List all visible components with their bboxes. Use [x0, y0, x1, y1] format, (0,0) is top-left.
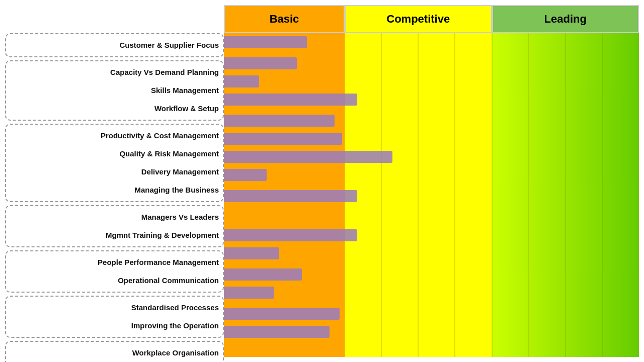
bar-fill	[224, 287, 274, 299]
header-leading-label: Leading	[544, 13, 587, 26]
bar-row	[224, 112, 639, 130]
bar-row	[224, 205, 639, 223]
bar-row	[224, 187, 639, 205]
bar-row	[224, 284, 639, 302]
bar-fill	[224, 94, 357, 106]
rows-content	[224, 33, 639, 341]
bar-fill	[224, 190, 357, 202]
row-label: Skills Management	[10, 81, 219, 100]
row-label: Standardised Processes	[10, 299, 219, 317]
bar-fill	[224, 268, 302, 281]
header-basic-label: Basic	[270, 13, 299, 26]
bar-row	[224, 72, 639, 90]
bar-fill	[224, 151, 392, 163]
bar-fill	[224, 36, 307, 48]
row-label: Quality & Risk Management	[10, 145, 219, 163]
bars-column: Basic Competitive Leading	[224, 5, 639, 357]
bar-fill	[224, 326, 330, 338]
row-label: Mgmnt Training & Development	[10, 226, 219, 244]
group-box-workplace-systems: Workplace OrganisationSystems & Equipmen…	[5, 341, 224, 362]
bar-row	[224, 305, 639, 323]
group-box-managers-mgmt: Managers Vs LeadersMgmnt Training & Deve…	[5, 205, 224, 247]
bar-row	[224, 166, 639, 184]
bar-fill	[224, 133, 342, 145]
group-box-productivity-quality: Productivity & Cost ManagementQuality & …	[5, 124, 224, 202]
row-label: Capacity Vs Demand Planning	[10, 63, 219, 81]
bar-fill	[224, 169, 267, 181]
header-leading: Leading	[492, 5, 639, 33]
bar-fill	[224, 229, 357, 241]
bar-fill	[224, 247, 279, 259]
row-label: Managing the Business	[10, 181, 219, 199]
bar-row	[224, 54, 639, 72]
bar-row	[224, 148, 639, 166]
group-box-standardised-improving: Standardised ProcessesImproving the Oper…	[5, 296, 224, 338]
row-label: Workflow & Setup	[10, 100, 219, 118]
bar-fill	[224, 75, 259, 87]
bar-fill	[224, 308, 340, 320]
row-label: Productivity & Cost Management	[10, 127, 219, 145]
header-competitive-label: Competitive	[386, 13, 450, 26]
bar-row	[224, 244, 639, 262]
row-label: Customer & Supplier Focus	[10, 36, 219, 54]
group-box-people-performance: People Performance ManagementOperational…	[5, 250, 224, 293]
header-row: Basic Competitive Leading	[224, 5, 639, 33]
bar-row	[224, 130, 639, 148]
bar-row	[224, 226, 639, 244]
bar-fill	[224, 115, 335, 127]
group-box-capacity-skills: Capacity Vs Demand PlanningSkills Manage…	[5, 60, 224, 121]
bar-row	[224, 33, 639, 51]
row-label: Operational Communication	[10, 272, 219, 290]
row-label: Delivery Management	[10, 163, 219, 181]
row-label: Workplace Organisation	[10, 344, 219, 362]
group-box-customer-supplier: Customer & Supplier Focus	[5, 33, 224, 57]
labels-column: Customer & Supplier FocusCapacity Vs Dem…	[5, 5, 224, 357]
bar-row	[224, 323, 639, 341]
bar-row	[224, 90, 639, 109]
chart-container: Customer & Supplier FocusCapacity Vs Dem…	[0, 0, 644, 362]
header-basic: Basic	[224, 5, 345, 33]
bar-fill	[224, 57, 297, 69]
header-competitive: Competitive	[345, 5, 492, 33]
row-label: Improving the Operation	[10, 317, 219, 335]
bar-row	[224, 265, 639, 284]
row-label: People Performance Management	[10, 253, 219, 272]
row-label: Managers Vs Leaders	[10, 208, 219, 226]
bars-area	[224, 33, 639, 357]
